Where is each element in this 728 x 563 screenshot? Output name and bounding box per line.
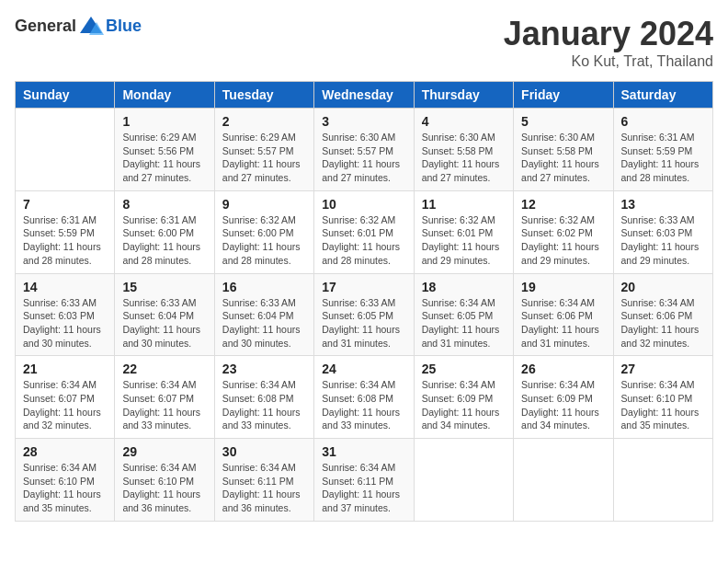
day-number: 9	[222, 197, 306, 212]
day-cell: 27Sunrise: 6:34 AMSunset: 6:10 PMDayligh…	[613, 356, 712, 439]
day-info: Sunrise: 6:34 AMSunset: 6:10 PMDaylight:…	[23, 461, 107, 515]
day-number: 29	[122, 444, 206, 459]
day-number: 8	[122, 197, 206, 212]
week-row-5: 28Sunrise: 6:34 AMSunset: 6:10 PMDayligh…	[16, 439, 713, 522]
day-cell: 2Sunrise: 6:29 AMSunset: 5:57 PMDaylight…	[214, 109, 313, 191]
week-row-2: 7Sunrise: 6:31 AMSunset: 5:59 PMDaylight…	[16, 190, 713, 273]
day-number: 7	[23, 197, 107, 212]
day-number: 10	[322, 197, 405, 212]
day-number: 23	[222, 362, 306, 376]
logo-general: General	[15, 17, 76, 36]
day-cell: 30Sunrise: 6:34 AMSunset: 6:11 PMDayligh…	[214, 439, 313, 522]
day-info: Sunrise: 6:30 AMSunset: 5:58 PMDaylight:…	[422, 131, 506, 185]
day-info: Sunrise: 6:29 AMSunset: 5:56 PMDaylight:…	[122, 131, 206, 185]
day-number: 17	[322, 280, 405, 294]
day-info: Sunrise: 6:33 AMSunset: 6:04 PMDaylight:…	[222, 296, 306, 350]
logo-icon	[78, 15, 104, 37]
logo: General Blue	[15, 15, 142, 37]
day-cell	[514, 439, 613, 522]
day-info: Sunrise: 6:34 AMSunset: 6:07 PMDaylight:…	[122, 378, 206, 432]
day-number: 19	[521, 280, 605, 294]
day-info: Sunrise: 6:29 AMSunset: 5:57 PMDaylight:…	[222, 131, 306, 185]
day-info: Sunrise: 6:34 AMSunset: 6:05 PMDaylight:…	[422, 296, 506, 350]
day-number: 2	[222, 114, 306, 129]
day-number: 11	[422, 197, 506, 212]
day-number: 3	[322, 114, 405, 129]
day-cell: 15Sunrise: 6:33 AMSunset: 6:04 PMDayligh…	[115, 273, 214, 356]
day-number: 1	[122, 114, 206, 129]
day-number: 25	[422, 362, 506, 376]
week-row-4: 21Sunrise: 6:34 AMSunset: 6:07 PMDayligh…	[16, 356, 713, 439]
day-info: Sunrise: 6:32 AMSunset: 6:02 PMDaylight:…	[521, 213, 605, 268]
day-number: 27	[621, 362, 705, 376]
logo-blue: Blue	[106, 17, 142, 36]
day-cell: 28Sunrise: 6:34 AMSunset: 6:10 PMDayligh…	[16, 439, 115, 522]
day-cell: 11Sunrise: 6:32 AMSunset: 6:01 PMDayligh…	[414, 190, 513, 273]
day-cell: 12Sunrise: 6:32 AMSunset: 6:02 PMDayligh…	[514, 190, 613, 273]
day-info: Sunrise: 6:34 AMSunset: 6:09 PMDaylight:…	[422, 378, 506, 432]
day-number: 6	[621, 114, 705, 129]
week-row-1: 1Sunrise: 6:29 AMSunset: 5:56 PMDaylight…	[16, 109, 713, 191]
header: General Blue January 2024 Ko Kut, Trat, …	[15, 15, 713, 70]
day-number: 13	[621, 197, 705, 212]
day-number: 20	[621, 280, 705, 294]
header-row: SundayMondayTuesdayWednesdayThursdayFrid…	[16, 82, 713, 109]
day-number: 31	[322, 444, 405, 459]
day-number: 22	[122, 362, 206, 376]
day-number: 26	[521, 362, 605, 376]
day-cell: 5Sunrise: 6:30 AMSunset: 5:58 PMDaylight…	[514, 109, 613, 191]
day-info: Sunrise: 6:32 AMSunset: 6:01 PMDaylight:…	[322, 213, 405, 268]
day-number: 24	[322, 362, 405, 376]
day-cell: 14Sunrise: 6:33 AMSunset: 6:03 PMDayligh…	[16, 273, 115, 356]
day-number: 21	[23, 362, 107, 376]
day-number: 14	[23, 280, 107, 294]
day-info: Sunrise: 6:30 AMSunset: 5:57 PMDaylight:…	[322, 131, 405, 185]
day-info: Sunrise: 6:34 AMSunset: 6:06 PMDaylight:…	[521, 296, 605, 350]
day-number: 12	[521, 197, 605, 212]
day-cell: 8Sunrise: 6:31 AMSunset: 6:00 PMDaylight…	[115, 190, 214, 273]
day-number: 16	[222, 280, 306, 294]
column-header-wednesday: Wednesday	[314, 82, 414, 109]
day-cell: 10Sunrise: 6:32 AMSunset: 6:01 PMDayligh…	[314, 190, 414, 273]
day-info: Sunrise: 6:34 AMSunset: 6:06 PMDaylight:…	[621, 296, 705, 350]
title-section: January 2024 Ko Kut, Trat, Thailand	[504, 15, 713, 70]
day-cell: 31Sunrise: 6:34 AMSunset: 6:11 PMDayligh…	[314, 439, 414, 522]
day-number: 5	[521, 114, 605, 129]
day-info: Sunrise: 6:33 AMSunset: 6:04 PMDaylight:…	[122, 296, 206, 350]
calendar-table: SundayMondayTuesdayWednesdayThursdayFrid…	[15, 81, 713, 522]
day-cell: 17Sunrise: 6:33 AMSunset: 6:05 PMDayligh…	[314, 273, 414, 356]
day-info: Sunrise: 6:34 AMSunset: 6:10 PMDaylight:…	[122, 461, 206, 515]
day-cell: 4Sunrise: 6:30 AMSunset: 5:58 PMDaylight…	[414, 109, 513, 191]
day-number: 18	[422, 280, 506, 294]
day-cell: 23Sunrise: 6:34 AMSunset: 6:08 PMDayligh…	[214, 356, 313, 439]
day-info: Sunrise: 6:34 AMSunset: 6:08 PMDaylight:…	[222, 378, 306, 432]
day-cell: 9Sunrise: 6:32 AMSunset: 6:00 PMDaylight…	[214, 190, 313, 273]
day-cell	[414, 439, 513, 522]
day-cell: 20Sunrise: 6:34 AMSunset: 6:06 PMDayligh…	[613, 273, 712, 356]
day-info: Sunrise: 6:33 AMSunset: 6:03 PMDaylight:…	[23, 296, 107, 350]
day-cell: 24Sunrise: 6:34 AMSunset: 6:08 PMDayligh…	[314, 356, 414, 439]
column-header-friday: Friday	[514, 82, 613, 109]
day-info: Sunrise: 6:31 AMSunset: 5:59 PMDaylight:…	[23, 213, 107, 268]
day-info: Sunrise: 6:34 AMSunset: 6:11 PMDaylight:…	[322, 461, 405, 515]
day-cell: 21Sunrise: 6:34 AMSunset: 6:07 PMDayligh…	[16, 356, 115, 439]
day-number: 4	[422, 114, 506, 129]
column-header-tuesday: Tuesday	[214, 82, 313, 109]
day-cell: 3Sunrise: 6:30 AMSunset: 5:57 PMDaylight…	[314, 109, 414, 191]
day-info: Sunrise: 6:34 AMSunset: 6:08 PMDaylight:…	[322, 378, 405, 432]
day-info: Sunrise: 6:34 AMSunset: 6:11 PMDaylight:…	[222, 461, 306, 515]
calendar-subtitle: Ko Kut, Trat, Thailand	[504, 53, 713, 70]
day-info: Sunrise: 6:32 AMSunset: 6:01 PMDaylight:…	[422, 213, 506, 268]
day-cell: 22Sunrise: 6:34 AMSunset: 6:07 PMDayligh…	[115, 356, 214, 439]
day-info: Sunrise: 6:31 AMSunset: 5:59 PMDaylight:…	[621, 131, 705, 185]
column-header-monday: Monday	[115, 82, 214, 109]
column-header-sunday: Sunday	[16, 82, 115, 109]
week-row-3: 14Sunrise: 6:33 AMSunset: 6:03 PMDayligh…	[16, 273, 713, 356]
day-cell: 13Sunrise: 6:33 AMSunset: 6:03 PMDayligh…	[613, 190, 712, 273]
day-info: Sunrise: 6:34 AMSunset: 6:10 PMDaylight:…	[621, 378, 705, 432]
day-cell: 26Sunrise: 6:34 AMSunset: 6:09 PMDayligh…	[514, 356, 613, 439]
day-cell: 1Sunrise: 6:29 AMSunset: 5:56 PMDaylight…	[115, 109, 214, 191]
day-info: Sunrise: 6:34 AMSunset: 6:09 PMDaylight:…	[521, 378, 605, 432]
day-info: Sunrise: 6:33 AMSunset: 6:03 PMDaylight:…	[621, 213, 705, 268]
day-cell: 7Sunrise: 6:31 AMSunset: 5:59 PMDaylight…	[16, 190, 115, 273]
